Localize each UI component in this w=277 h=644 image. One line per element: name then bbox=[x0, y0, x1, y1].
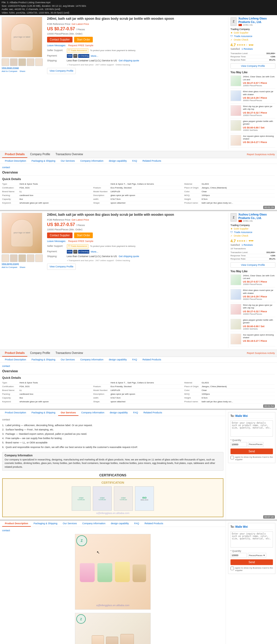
share-link[interactable]: Share bbox=[19, 70, 25, 72]
rating-count[interactable]: 1 Reviews bbox=[242, 48, 253, 50]
tab-report-2[interactable]: Report Suspicious Activity bbox=[247, 352, 275, 354]
may-like-2-5[interactable]: 4oz square glass spice dressing shaker U… bbox=[230, 334, 275, 346]
may-like-item-1[interactable]: 240ml, Clear Glass Jar with Cork Lid and… bbox=[230, 75, 275, 89]
agree-checkbox-4[interactable] bbox=[230, 567, 234, 570]
msg-textarea-4[interactable] bbox=[230, 531, 273, 547]
quantity-input[interactable] bbox=[230, 442, 247, 447]
fob-link-2[interactable]: Get Latest Price bbox=[72, 218, 89, 221]
send-button-4[interactable]: Send bbox=[230, 559, 273, 565]
leave-message-link-2[interactable]: Leave Messages bbox=[47, 240, 65, 243]
product-main-image[interactable]: your logo or label bbox=[2, 17, 42, 57]
subtab-our-services-2[interactable]: Our Services bbox=[58, 357, 78, 362]
subtab-company-info[interactable]: Company information bbox=[78, 158, 106, 164]
subtab-packaging-4[interactable]: Packaging & Shipping bbox=[31, 521, 60, 527]
subtab-design-cap[interactable]: design capability bbox=[106, 158, 130, 164]
msg-textarea[interactable] bbox=[230, 420, 273, 437]
may-like-item-5[interactable]: 4oz square glass spice dressing shaker U… bbox=[230, 135, 275, 148]
subtab-related-products[interactable]: Related Products bbox=[140, 158, 164, 164]
may-like-2-3[interactable]: 50ml clip top jar glass spice jar with c… bbox=[230, 304, 275, 317]
subtab-packaging-3[interactable]: Packaging & Shipping bbox=[29, 410, 58, 416]
view-supplier-profile-button-2[interactable]: View Company Profile bbox=[230, 262, 275, 268]
may-like-item-3[interactable]: 50ml clip top jar glass spice jar with c… bbox=[230, 105, 275, 118]
subtab-company-info-2[interactable]: Company information bbox=[78, 357, 106, 362]
supplier-name[interactable]: Xuzhou Linfeng Glass Products Co., Ltd. bbox=[238, 17, 275, 24]
quantity-unit-select[interactable]: Pieces/Pieces bbox=[248, 442, 263, 447]
subtab-design-cap-4[interactable]: design capability bbox=[108, 521, 132, 527]
subtab-product-desc-2[interactable]: Product Description bbox=[2, 357, 29, 362]
thumb-2-1[interactable] bbox=[2, 254, 9, 262]
add-compare-link[interactable]: Add to Compare bbox=[2, 70, 17, 72]
rating-count-2[interactable]: 1 Reviews bbox=[242, 244, 253, 246]
share-link-2[interactable]: Share bbox=[19, 266, 25, 268]
thumb-2-5[interactable] bbox=[35, 254, 43, 262]
more-payment-link[interactable]: More... bbox=[91, 54, 98, 58]
thumb-2-3[interactable] bbox=[18, 254, 26, 262]
may-like-2-4[interactable]: glass pepper grinder bottle with grinder… bbox=[230, 319, 275, 332]
add-compare-link-2[interactable]: Add to Compare bbox=[2, 266, 17, 268]
thumb-5[interactable] bbox=[35, 58, 43, 66]
start-order-button-2[interactable]: Start Order bbox=[74, 233, 93, 238]
contact-link-4[interactable]: contact bbox=[2, 529, 223, 532]
supplier-name-2[interactable]: Xuzhou Linfeng Glass Products Co., Ltd. bbox=[238, 213, 275, 220]
product-main-image-2[interactable]: your logo or label bbox=[2, 213, 42, 253]
more-payment-2[interactable]: More... bbox=[91, 250, 98, 254]
tab-transactions-overview[interactable]: Transactions Overview bbox=[53, 151, 85, 158]
subtab-faq-3[interactable]: FAQ bbox=[130, 410, 141, 416]
view-company-profile-link[interactable]: View Company Profile bbox=[47, 68, 76, 74]
subtab-faq-2[interactable]: FAQ bbox=[130, 357, 140, 362]
view-larger-link[interactable]: View larger image bbox=[2, 67, 45, 69]
thumb-1[interactable] bbox=[2, 58, 9, 66]
contact-supplier-button[interactable]: Contact Supplier bbox=[47, 37, 72, 42]
subtab-product-desc[interactable]: Product Description bbox=[2, 158, 29, 164]
free-sample-link-2[interactable]: Request FREE Sample bbox=[68, 240, 93, 243]
may-like-item-4[interactable]: glass pepper grinder bottle with grinder… bbox=[230, 120, 275, 133]
tab-product-details[interactable]: Product Details bbox=[2, 151, 27, 158]
subtab-related-3[interactable]: Related Products bbox=[141, 410, 165, 416]
subtab-packaging[interactable]: Packaging & Shipping bbox=[29, 158, 58, 164]
free-sample-link[interactable]: Request FREE Sample bbox=[68, 44, 93, 47]
start-order-button[interactable]: Start Order bbox=[74, 37, 93, 42]
contact-supplier-button-2[interactable]: Contact Supplier bbox=[47, 233, 72, 238]
thumb-4[interactable] bbox=[27, 58, 34, 66]
tab-company-profile-2[interactable]: Company Profile bbox=[27, 350, 53, 357]
view-larger-link-2[interactable]: View larger image bbox=[2, 263, 45, 265]
contact-link[interactable]: contact bbox=[2, 166, 275, 169]
quantity-input-4[interactable] bbox=[230, 553, 247, 558]
may-like-2-1[interactable]: 240ml, Clear Glass Jar with Cork Lid and… bbox=[230, 274, 275, 288]
subtab-company-info-4[interactable]: Company information bbox=[80, 521, 108, 527]
subtab-related-2[interactable]: Related Products bbox=[140, 357, 164, 362]
thumb-3[interactable] bbox=[18, 58, 26, 66]
tab-company-profile[interactable]: Company Profile bbox=[27, 151, 53, 158]
quantity-unit-4[interactable]: Pieces/Pieces ▼ bbox=[248, 553, 266, 558]
subtab-packaging-2[interactable]: Packaging & Shipping bbox=[29, 357, 58, 362]
tab-report[interactable]: Report Suspicious Activity bbox=[247, 153, 275, 156]
subtab-prod-desc-3[interactable]: Product Description bbox=[2, 410, 29, 416]
contact-link-2[interactable]: contact bbox=[2, 365, 275, 367]
subtab-design-cap-3[interactable]: design capability bbox=[107, 410, 131, 416]
send-button[interactable]: Send bbox=[230, 449, 273, 454]
services-contact[interactable]: contact bbox=[2, 418, 223, 421]
subtab-our-services-3[interactable]: Our Services bbox=[58, 410, 79, 416]
view-supplier-profile-button[interactable]: View Company Profile bbox=[230, 63, 275, 69]
subtab-related-4[interactable]: Related Products bbox=[142, 521, 166, 527]
thumb-2-2[interactable] bbox=[10, 254, 18, 262]
subtab-design-cap-2[interactable]: design capability bbox=[106, 357, 130, 362]
thumb-2-4[interactable] bbox=[27, 254, 34, 262]
thumb-2[interactable] bbox=[10, 58, 18, 66]
shipping-quote-link[interactable]: Get shipping quote bbox=[119, 59, 139, 62]
fob-link[interactable]: Get Latest Price bbox=[72, 23, 89, 25]
subtab-company-info-3[interactable]: Company information bbox=[78, 410, 107, 416]
subtab-our-services[interactable]: Our Services bbox=[58, 158, 78, 164]
view-profile-2[interactable]: View Company Profile bbox=[47, 264, 76, 270]
agree-checkbox[interactable] bbox=[230, 456, 234, 459]
tab-product-details-2[interactable]: Product Details bbox=[2, 350, 27, 357]
tab-transactions-2[interactable]: Transactions Overview bbox=[53, 350, 85, 357]
subtab-faq-4[interactable]: FAQ bbox=[131, 521, 142, 527]
subtab-our-services-4[interactable]: Our Services bbox=[60, 521, 80, 527]
subtab-prod-desc-4[interactable]: Product Description bbox=[2, 521, 31, 527]
may-like-item-2[interactable]: 60ml clear glass round spice jar with sh… bbox=[230, 90, 275, 104]
subtab-faq[interactable]: FAQ bbox=[130, 158, 140, 164]
payment-row: Payment: VISA TT e-Checking More... bbox=[47, 54, 226, 58]
leave-message-link[interactable]: Leave Messages bbox=[47, 44, 65, 47]
may-like-2-2[interactable]: 60ml clear glass round spice jar with sh… bbox=[230, 289, 275, 302]
